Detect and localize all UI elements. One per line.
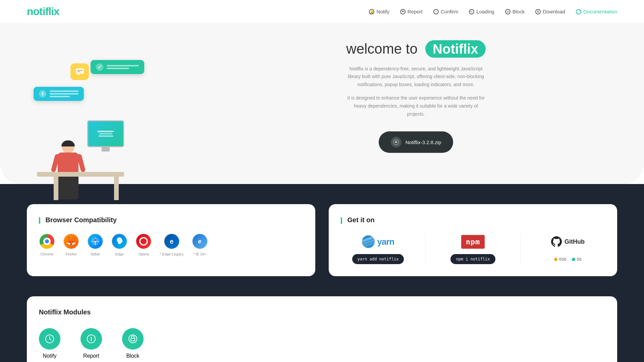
desk-surface: [37, 172, 124, 177]
browser-compat-card: Browser Compatibility Chrome 🦊 Firefox: [27, 204, 315, 276]
module-report-label: Report: [83, 353, 99, 359]
desk-leg-right: [114, 177, 119, 200]
download-nav-icon: ⬇: [535, 9, 541, 14]
person-legs: [58, 176, 78, 199]
chrome-icon: [39, 233, 55, 249]
chat-icon: [75, 68, 85, 76]
hero-content: welcome to Notiflix Notiflix is a depend…: [195, 41, 617, 153]
block-icon: ⊘: [505, 9, 511, 14]
edge-svg: [115, 237, 124, 246]
module-item-block: Block: [122, 328, 144, 359]
edge-icon: [111, 233, 127, 249]
yarn-logo: yarn: [362, 233, 394, 250]
ie-label: * IE 10+: [193, 252, 206, 256]
ie-icon: e: [192, 233, 208, 249]
get-it-on-title: Get it on: [341, 216, 605, 224]
nav-item-documentation[interactable]: 📄 Documentation: [576, 9, 617, 14]
yarn-ball-icon: [362, 235, 375, 248]
modules-grid: Notify Report: [39, 328, 605, 359]
npm-item: npm npm i notiflix: [436, 233, 510, 264]
module-item-report: Report: [80, 328, 102, 359]
browser-item-ie: e * IE 10+: [192, 233, 208, 256]
nav-item-notify[interactable]: 🔔 Notify: [369, 9, 389, 14]
hero-desc-1: Notiflix is a dependency-free, secure, a…: [345, 65, 486, 89]
npm-badge: npm: [461, 235, 485, 249]
module-report-icon: [80, 328, 102, 350]
get-it-on-card: Get it on yarn yarn add notiflix: [329, 204, 617, 276]
github-stars: 656 56: [554, 257, 582, 262]
nav-item-loading[interactable]: ↻ Loading: [469, 9, 494, 14]
notif-lines-green: [107, 65, 139, 69]
nav-item-download[interactable]: ⬇ Download: [535, 9, 565, 14]
github-logo: GitHub: [551, 233, 585, 250]
chrome-label: Chrome: [40, 252, 53, 256]
confirm-icon: ✓: [433, 9, 439, 14]
navbar: notiflix 🔔 Notify ⚑ Report ✓ Confirm ↻ L…: [0, 0, 644, 23]
npm-command[interactable]: npm i notiflix: [450, 254, 495, 264]
nav-item-report[interactable]: ⚑ Report: [400, 9, 423, 14]
get-it-title-bar: [341, 217, 342, 224]
notif-lines: [50, 90, 78, 97]
edge-legacy-icon: e: [164, 233, 180, 249]
npm-logo: npm: [461, 233, 485, 250]
safari-icon: [87, 233, 103, 249]
opera-icon: [136, 233, 152, 249]
star-count: 656: [554, 257, 567, 262]
github-item: GitHub 656 56: [531, 233, 605, 264]
safari-label: Safari: [91, 252, 100, 256]
nav-item-block[interactable]: ⊘ Block: [505, 9, 525, 14]
modules-card: Notiflix Modules Notify: [27, 296, 617, 362]
nav-links: 🔔 Notify ⚑ Report ✓ Confirm ↻ Loading ⊘: [369, 9, 617, 14]
edge-label: Edge: [115, 252, 124, 256]
yarn-item: yarn yarn add notiflix: [341, 233, 415, 264]
brand-badge: Notiflix: [425, 40, 486, 58]
hero-section: ℹ ✓: [0, 23, 644, 184]
divider-1: [425, 233, 426, 264]
notif-green-icon: ✓: [96, 63, 103, 71]
svg-rect-0: [77, 70, 83, 71]
download-button-label: Notiflix-3.2.8.zip: [406, 139, 441, 145]
module-block-label: Block: [126, 353, 139, 359]
module-notify-icon: [39, 328, 60, 350]
fork-dot: [572, 258, 575, 261]
yarn-text: yarn: [377, 237, 394, 247]
yarn-command[interactable]: yarn add notiflix: [352, 254, 404, 264]
github-octocat-icon: [551, 236, 562, 247]
notify-icon: 🔔: [369, 9, 374, 14]
divider-2: [520, 233, 521, 264]
monitor: [87, 120, 124, 147]
nav-item-confirm[interactable]: ✓ Confirm: [433, 9, 459, 14]
notif-blue-icon: ℹ: [39, 90, 46, 98]
edge-legacy-label: * Edge Legacy: [160, 252, 184, 256]
modules-section: Notiflix Modules Notify: [0, 296, 644, 362]
safari-svg: [91, 237, 100, 246]
svg-rect-1: [77, 71, 80, 72]
modules-title: Notiflix Modules: [39, 308, 605, 316]
hero-desc-2: It is designed to enhance the user exper…: [345, 94, 486, 118]
browser-item-chrome: Chrome: [39, 233, 55, 256]
fork-count: 56: [572, 257, 582, 262]
svg-rect-11: [131, 338, 135, 341]
download-button[interactable]: Notiflix-3.2.8.zip: [379, 131, 453, 153]
docs-icon: 📄: [576, 9, 581, 14]
hero-title: welcome to Notiflix: [215, 41, 617, 57]
browser-list: Chrome 🦊 Firefox Safari: [39, 233, 303, 256]
browser-item-safari: Safari: [87, 233, 103, 256]
logo[interactable]: notiflix: [27, 5, 59, 18]
star-dot: [554, 258, 557, 261]
download-button-icon: [391, 137, 401, 147]
module-item-notify: Notify: [39, 328, 60, 359]
dark-section: Browser Compatibility Chrome 🦊 Firefox: [0, 184, 644, 296]
monitor-screen: [88, 121, 123, 146]
browser-item-firefox: 🦊 Firefox: [63, 233, 79, 256]
cloud-download-icon: [393, 139, 399, 145]
module-block-icon: [122, 328, 144, 350]
monitor-stand: [102, 146, 110, 152]
desk-leg-left: [54, 177, 58, 200]
notif-card-green: ✓: [91, 60, 144, 74]
browser-item-edge: Edge: [111, 233, 127, 256]
speech-bubble: [70, 63, 89, 80]
monitor-content: [97, 130, 114, 138]
module-notify-label: Notify: [43, 353, 57, 359]
person-hair: [61, 140, 75, 146]
